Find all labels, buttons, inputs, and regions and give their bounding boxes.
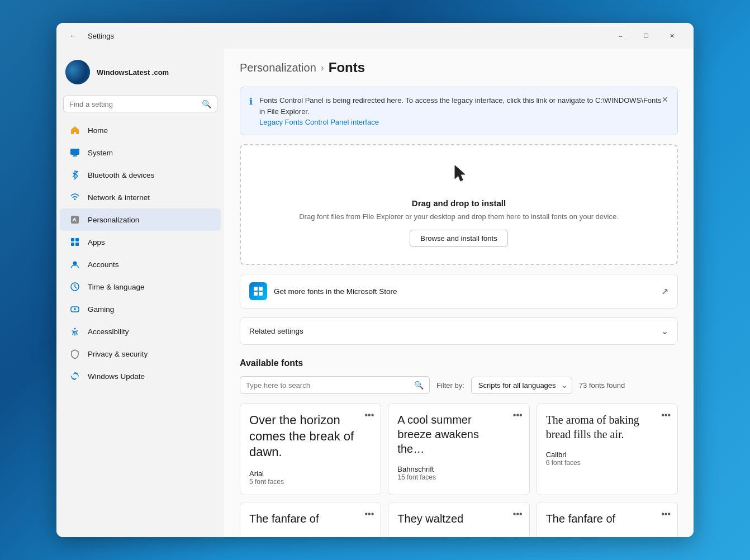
sidebar-item-apps-label: Apps [88, 238, 105, 246]
breadcrumb-separator: › [321, 62, 324, 74]
ms-store-left: Get more fonts in the Microsoft Store [249, 282, 397, 300]
search-input[interactable] [69, 100, 202, 108]
chevron-down-icon: ⌄ [661, 326, 668, 336]
font-name-bahnschrift: Bahnschrift [397, 465, 520, 473]
svg-rect-5 [75, 238, 79, 241]
font-faces-calibri: 6 font faces [546, 459, 668, 467]
font-card-menu-calibri[interactable]: ••• [661, 410, 671, 420]
sidebar-item-bluetooth[interactable]: Bluetooth & devices [60, 164, 221, 186]
browse-install-button[interactable]: Browse and install fonts [410, 230, 507, 247]
sidebar-item-accessibility-label: Accessibility [88, 328, 129, 336]
font-card-menu-bottom-3[interactable]: ••• [661, 509, 671, 519]
external-link-icon[interactable]: ↗ [661, 286, 668, 297]
info-banner-close-button[interactable]: ✕ [658, 93, 672, 106]
svg-rect-15 [259, 287, 263, 291]
content-area: WindowsLatest .com 🔍 Home System [56, 49, 694, 537]
info-banner-text: Fonts Control Panel is being redirected … [259, 95, 668, 117]
filter-select-wrap: Scripts for all languages [471, 377, 572, 394]
available-fonts-title: Available fonts [240, 358, 678, 368]
font-name-calibri: Calibri [546, 450, 668, 459]
sidebar-item-apps[interactable]: Apps [60, 231, 221, 253]
font-card-bottom-preview-3: The fanfare of [546, 511, 668, 526]
svg-rect-14 [254, 287, 258, 291]
related-settings-text: Related settings [249, 327, 303, 335]
maximize-button[interactable]: ☐ [633, 27, 659, 45]
bluetooth-icon [69, 169, 81, 181]
close-button[interactable]: ✕ [659, 27, 685, 45]
fonts-search-icon: 🔍 [414, 381, 424, 390]
font-card-menu-bottom-1[interactable]: ••• [365, 509, 374, 519]
font-name-arial: Arial [249, 469, 372, 478]
breadcrumb-current: Fonts [329, 60, 365, 75]
font-card-arial[interactable]: ••• Over the horizon comes the break of … [240, 403, 381, 495]
minimize-button[interactable]: – [607, 27, 633, 45]
home-icon [69, 124, 81, 136]
info-banner-link[interactable]: Legacy Fonts Control Panel interface [259, 118, 379, 126]
fonts-search-box[interactable]: 🔍 [240, 376, 430, 394]
font-card-bottom-3[interactable]: ••• The fanfare of [537, 502, 678, 537]
fonts-count: 73 fonts found [579, 381, 625, 390]
sidebar-item-time-label: Time & language [88, 283, 145, 291]
drag-cursor-icon [252, 162, 666, 193]
sidebar-item-privacy[interactable]: Privacy & security [60, 343, 221, 365]
sidebar-item-network[interactable]: Network & internet [60, 186, 221, 208]
drop-zone-subtitle: Drag font files from File Explorer or yo… [252, 212, 666, 221]
sidebar: WindowsLatest .com 🔍 Home System [56, 49, 224, 537]
sidebar-item-bluetooth-label: Bluetooth & devices [88, 171, 154, 179]
gaming-icon [69, 303, 81, 315]
username: WindowsLatest .com [97, 68, 169, 77]
font-card-bottom-1[interactable]: ••• The fanfare of [240, 502, 381, 537]
sidebar-item-personalization[interactable]: Personalization [60, 208, 221, 231]
sidebar-item-home[interactable]: Home [60, 119, 221, 141]
time-icon [69, 281, 81, 293]
sidebar-item-update-label: Windows Update [88, 372, 145, 381]
update-icon [69, 370, 81, 382]
ms-store-card[interactable]: Get more fonts in the Microsoft Store ↗ [240, 274, 678, 309]
ms-store-text: Get more fonts in the Microsoft Store [274, 287, 397, 296]
search-box[interactable]: 🔍 [63, 96, 217, 112]
font-card-bahnschrift[interactable]: ••• A cool summer breeze awakens the… Ba… [388, 403, 529, 495]
font-preview-bahnschrift: A cool summer breeze awakens the… [397, 412, 506, 456]
avatar-image [65, 60, 90, 84]
font-card-bottom-preview-2: They waltzed [397, 511, 520, 526]
window-title: Settings [88, 32, 114, 40]
svg-point-8 [73, 262, 77, 265]
font-preview-calibri: The aroma of baking bread fills the air. [546, 412, 655, 442]
filter-label: Filter by: [436, 381, 464, 390]
sidebar-item-accounts[interactable]: Accounts [60, 253, 221, 276]
fonts-search-input[interactable] [246, 381, 414, 390]
breadcrumb: Personalization › Fonts [240, 60, 678, 75]
breadcrumb-parent: Personalization [240, 61, 316, 74]
sidebar-item-accounts-label: Accounts [88, 260, 119, 269]
filter-select[interactable]: Scripts for all languages [471, 377, 572, 394]
system-icon [69, 146, 81, 159]
font-card-calibri[interactable]: ••• The aroma of baking bread fills the … [537, 403, 678, 495]
sidebar-item-home-label: Home [88, 126, 108, 135]
font-card-bottom-2[interactable]: ••• They waltzed [388, 502, 529, 537]
available-fonts-section: Available fonts 🔍 Filter by: Scripts for… [240, 358, 678, 537]
sidebar-item-privacy-label: Privacy & security [88, 350, 148, 358]
sidebar-item-update[interactable]: Windows Update [60, 365, 221, 387]
info-icon: ℹ [249, 96, 253, 107]
sidebar-item-accessibility[interactable]: Accessibility [60, 320, 221, 343]
font-card-menu-bottom-2[interactable]: ••• [513, 509, 523, 519]
related-settings[interactable]: Related settings ⌄ [240, 317, 678, 345]
drop-zone[interactable]: Drag and drop to install Drag font files… [240, 144, 678, 265]
window-controls: – ☐ ✕ [607, 27, 685, 45]
svg-rect-0 [70, 149, 79, 155]
drop-zone-title: Drag and drop to install [252, 198, 666, 208]
font-card-menu-arial[interactable]: ••• [365, 410, 374, 420]
sidebar-item-gaming[interactable]: Gaming [60, 298, 221, 320]
accounts-icon [69, 258, 81, 270]
sidebar-item-system[interactable]: System [60, 141, 221, 164]
back-button[interactable]: ← [65, 28, 81, 44]
svg-rect-4 [71, 238, 74, 241]
fonts-grid: ••• Over the horizon comes the break of … [240, 403, 678, 495]
main-content: Personalization › Fonts ℹ Fonts Control … [224, 49, 694, 537]
sidebar-item-time[interactable]: Time & language [60, 276, 221, 298]
svg-rect-1 [73, 155, 77, 156]
privacy-icon [69, 348, 81, 360]
svg-rect-6 [71, 243, 74, 246]
accessibility-icon [69, 325, 81, 338]
font-card-menu-bahnschrift[interactable]: ••• [513, 410, 523, 420]
